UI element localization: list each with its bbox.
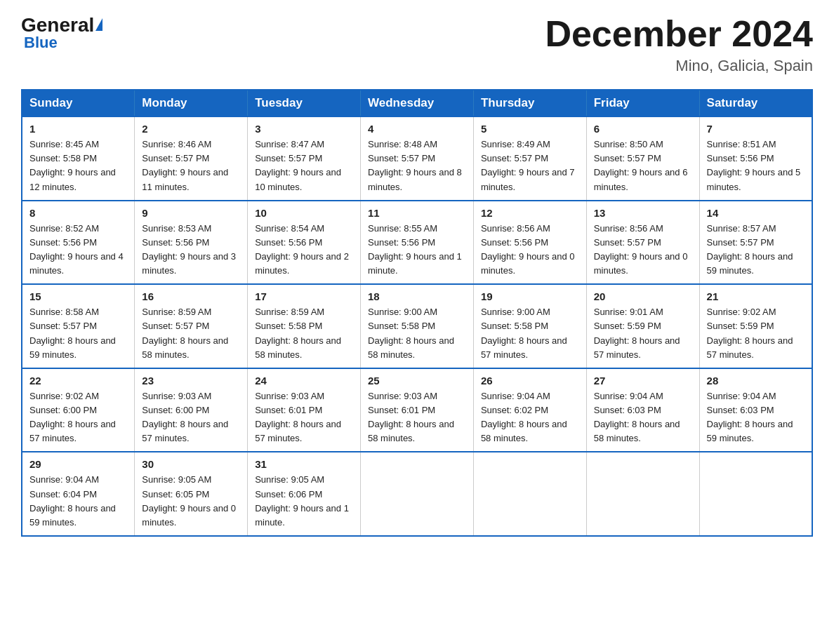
day-cell: 4 Sunrise: 8:48 AM Sunset: 5:57 PM Dayli… <box>361 116 474 201</box>
day-number: 11 <box>368 207 466 219</box>
day-info: Sunrise: 9:02 AM Sunset: 6:00 PM Dayligh… <box>29 389 127 446</box>
day-cell <box>699 452 812 536</box>
day-number: 16 <box>142 290 240 302</box>
day-number: 12 <box>481 207 579 219</box>
day-number: 18 <box>368 290 466 302</box>
day-cell: 29 Sunrise: 9:04 AM Sunset: 6:04 PM Dayl… <box>22 452 135 536</box>
day-number: 4 <box>368 123 466 135</box>
day-cell: 9 Sunrise: 8:53 AM Sunset: 5:56 PM Dayli… <box>135 201 248 285</box>
day-info: Sunrise: 8:56 AM Sunset: 5:56 PM Dayligh… <box>481 222 579 279</box>
calendar-body: 1 Sunrise: 8:45 AM Sunset: 5:58 PM Dayli… <box>22 116 812 536</box>
day-info: Sunrise: 8:53 AM Sunset: 5:56 PM Dayligh… <box>142 222 240 279</box>
day-info: Sunrise: 9:03 AM Sunset: 6:00 PM Dayligh… <box>142 389 240 446</box>
day-info: Sunrise: 9:04 AM Sunset: 6:02 PM Dayligh… <box>481 389 579 446</box>
day-cell: 11 Sunrise: 8:55 AM Sunset: 5:56 PM Dayl… <box>361 201 474 285</box>
day-cell: 6 Sunrise: 8:50 AM Sunset: 5:57 PM Dayli… <box>586 116 699 201</box>
day-cell: 19 Sunrise: 9:00 AM Sunset: 5:58 PM Dayl… <box>473 284 586 368</box>
day-number: 20 <box>594 290 692 302</box>
day-number: 5 <box>481 123 579 135</box>
day-number: 26 <box>481 375 579 387</box>
day-cell: 1 Sunrise: 8:45 AM Sunset: 5:58 PM Dayli… <box>22 116 135 201</box>
day-info: Sunrise: 9:05 AM Sunset: 6:06 PM Dayligh… <box>255 473 353 530</box>
day-cell: 20 Sunrise: 9:01 AM Sunset: 5:59 PM Dayl… <box>586 284 699 368</box>
title-area: December 2024 Mino, Galicia, Spain <box>545 14 813 75</box>
day-number: 14 <box>707 207 805 219</box>
day-cell: 10 Sunrise: 8:54 AM Sunset: 5:56 PM Dayl… <box>248 201 361 285</box>
day-cell: 31 Sunrise: 9:05 AM Sunset: 6:06 PM Dayl… <box>248 452 361 536</box>
header-thursday: Thursday <box>473 90 586 116</box>
day-info: Sunrise: 8:54 AM Sunset: 5:56 PM Dayligh… <box>255 222 353 279</box>
calendar-header: Sunday Monday Tuesday Wednesday Thursday… <box>22 90 812 116</box>
day-cell: 21 Sunrise: 9:02 AM Sunset: 5:59 PM Dayl… <box>699 284 812 368</box>
day-cell: 7 Sunrise: 8:51 AM Sunset: 5:56 PM Dayli… <box>699 116 812 201</box>
day-info: Sunrise: 8:51 AM Sunset: 5:56 PM Dayligh… <box>707 137 805 194</box>
day-info: Sunrise: 9:05 AM Sunset: 6:05 PM Dayligh… <box>142 473 240 530</box>
day-number: 2 <box>142 123 240 135</box>
day-cell: 22 Sunrise: 9:02 AM Sunset: 6:00 PM Dayl… <box>22 368 135 452</box>
day-cell: 27 Sunrise: 9:04 AM Sunset: 6:03 PM Dayl… <box>586 368 699 452</box>
day-number: 23 <box>142 375 240 387</box>
day-info: Sunrise: 8:49 AM Sunset: 5:57 PM Dayligh… <box>481 137 579 194</box>
day-number: 17 <box>255 290 353 302</box>
day-cell: 18 Sunrise: 9:00 AM Sunset: 5:58 PM Dayl… <box>361 284 474 368</box>
day-info: Sunrise: 8:57 AM Sunset: 5:57 PM Dayligh… <box>707 222 805 279</box>
day-cell: 25 Sunrise: 9:03 AM Sunset: 6:01 PM Dayl… <box>361 368 474 452</box>
day-number: 1 <box>29 123 127 135</box>
day-info: Sunrise: 8:59 AM Sunset: 5:58 PM Dayligh… <box>255 305 353 362</box>
day-info: Sunrise: 9:04 AM Sunset: 6:03 PM Dayligh… <box>594 389 692 446</box>
day-info: Sunrise: 9:01 AM Sunset: 5:59 PM Dayligh… <box>594 305 692 362</box>
day-info: Sunrise: 9:04 AM Sunset: 6:03 PM Dayligh… <box>707 389 805 446</box>
header-sunday: Sunday <box>22 90 135 116</box>
month-title: December 2024 <box>545 14 813 54</box>
logo: General Blue <box>21 14 104 52</box>
day-info: Sunrise: 9:02 AM Sunset: 5:59 PM Dayligh… <box>707 305 805 362</box>
day-info: Sunrise: 8:48 AM Sunset: 5:57 PM Dayligh… <box>368 137 466 194</box>
day-number: 22 <box>29 375 127 387</box>
day-number: 3 <box>255 123 353 135</box>
day-info: Sunrise: 9:04 AM Sunset: 6:04 PM Dayligh… <box>29 473 127 530</box>
day-cell: 24 Sunrise: 9:03 AM Sunset: 6:01 PM Dayl… <box>248 368 361 452</box>
day-number: 31 <box>255 458 353 470</box>
day-info: Sunrise: 8:55 AM Sunset: 5:56 PM Dayligh… <box>368 222 466 279</box>
day-cell: 30 Sunrise: 9:05 AM Sunset: 6:05 PM Dayl… <box>135 452 248 536</box>
day-info: Sunrise: 8:58 AM Sunset: 5:57 PM Dayligh… <box>29 305 127 362</box>
day-info: Sunrise: 9:00 AM Sunset: 5:58 PM Dayligh… <box>481 305 579 362</box>
day-number: 24 <box>255 375 353 387</box>
day-number: 28 <box>707 375 805 387</box>
day-cell: 16 Sunrise: 8:59 AM Sunset: 5:57 PM Dayl… <box>135 284 248 368</box>
day-info: Sunrise: 8:46 AM Sunset: 5:57 PM Dayligh… <box>142 137 240 194</box>
day-number: 6 <box>594 123 692 135</box>
calendar-table: Sunday Monday Tuesday Wednesday Thursday… <box>21 89 813 537</box>
day-cell: 2 Sunrise: 8:46 AM Sunset: 5:57 PM Dayli… <box>135 116 248 201</box>
day-number: 21 <box>707 290 805 302</box>
logo-blue-text: Blue <box>21 34 58 52</box>
day-cell: 15 Sunrise: 8:58 AM Sunset: 5:57 PM Dayl… <box>22 284 135 368</box>
day-number: 10 <box>255 207 353 219</box>
day-cell: 13 Sunrise: 8:56 AM Sunset: 5:57 PM Dayl… <box>586 201 699 285</box>
day-info: Sunrise: 8:50 AM Sunset: 5:57 PM Dayligh… <box>594 137 692 194</box>
header-tuesday: Tuesday <box>248 90 361 116</box>
day-info: Sunrise: 8:59 AM Sunset: 5:57 PM Dayligh… <box>142 305 240 362</box>
page-header: General Blue December 2024 Mino, Galicia… <box>21 14 813 75</box>
day-cell <box>586 452 699 536</box>
day-number: 8 <box>29 207 127 219</box>
day-cell: 8 Sunrise: 8:52 AM Sunset: 5:56 PM Dayli… <box>22 201 135 285</box>
day-number: 25 <box>368 375 466 387</box>
header-saturday: Saturday <box>699 90 812 116</box>
day-number: 9 <box>142 207 240 219</box>
location: Mino, Galicia, Spain <box>545 57 813 75</box>
day-number: 30 <box>142 458 240 470</box>
day-number: 15 <box>29 290 127 302</box>
week-row-3: 15 Sunrise: 8:58 AM Sunset: 5:57 PM Dayl… <box>22 284 812 368</box>
logo-triangle-icon <box>95 18 102 31</box>
day-header-row: Sunday Monday Tuesday Wednesday Thursday… <box>22 90 812 116</box>
day-cell: 17 Sunrise: 8:59 AM Sunset: 5:58 PM Dayl… <box>248 284 361 368</box>
day-number: 19 <box>481 290 579 302</box>
day-info: Sunrise: 8:56 AM Sunset: 5:57 PM Dayligh… <box>594 222 692 279</box>
week-row-2: 8 Sunrise: 8:52 AM Sunset: 5:56 PM Dayli… <box>22 201 812 285</box>
day-cell: 23 Sunrise: 9:03 AM Sunset: 6:00 PM Dayl… <box>135 368 248 452</box>
day-cell: 12 Sunrise: 8:56 AM Sunset: 5:56 PM Dayl… <box>473 201 586 285</box>
week-row-1: 1 Sunrise: 8:45 AM Sunset: 5:58 PM Dayli… <box>22 116 812 201</box>
day-info: Sunrise: 9:03 AM Sunset: 6:01 PM Dayligh… <box>255 389 353 446</box>
header-friday: Friday <box>586 90 699 116</box>
